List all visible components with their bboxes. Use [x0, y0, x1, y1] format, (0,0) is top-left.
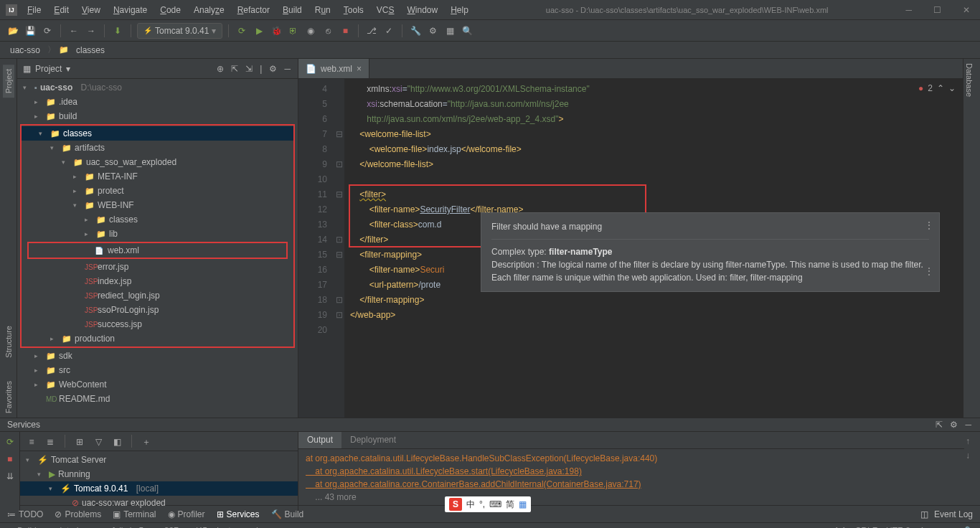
ime-zhong[interactable]: 中: [466, 499, 475, 511]
menu-tools[interactable]: Tools: [339, 4, 368, 16]
editor-tab[interactable]: 📄 web.xml ×: [298, 59, 369, 78]
tree-file[interactable]: JSPrediect_login.jsp: [22, 288, 293, 303]
database-tool-tab[interactable]: Database: [963, 59, 975, 101]
ime-punct-icon[interactable]: °,: [479, 499, 485, 509]
close-button[interactable]: ✕: [958, 4, 974, 16]
tree-folder[interactable]: ▸📁sdk: [17, 349, 298, 363]
menu-file[interactable]: File: [23, 4, 45, 16]
menu-window[interactable]: Window: [402, 4, 442, 16]
build-tab[interactable]: 🔨 Build: [271, 509, 304, 519]
build-icon[interactable]: ⬇: [110, 24, 125, 38]
code-editor[interactable]: 4567891011121314151617181920 ⊟ ⊡ ⊟ ⊡⊟ ⊡⊡…: [298, 79, 963, 418]
hide-icon[interactable]: ─: [283, 62, 292, 75]
output-tab[interactable]: Output: [298, 432, 341, 448]
chevron-down-icon[interactable]: ⌄: [948, 83, 956, 93]
structure-tool-tab[interactable]: Structure: [3, 321, 14, 362]
hide-icon[interactable]: ─: [963, 418, 973, 431]
event-log-button[interactable]: ◫ Event Log: [920, 509, 973, 519]
expand-all-icon[interactable]: ≡: [24, 435, 39, 449]
breadcrumb-item[interactable]: classes: [72, 44, 109, 56]
services-running-group[interactable]: ▾▶Running: [20, 467, 298, 481]
terminal-tab[interactable]: ▣ Terminal: [113, 509, 156, 519]
collapse-icon[interactable]: ⇲: [244, 62, 254, 75]
menu-view[interactable]: View: [77, 4, 105, 16]
coverage-icon[interactable]: ⛨: [286, 24, 301, 38]
menu-refactor[interactable]: Refactor: [233, 4, 274, 16]
tree-folder[interactable]: ▸📁.idea: [17, 95, 298, 109]
code-content[interactable]: xmlns:xsi="http://www.w3.org/2001/XMLSch…: [344, 79, 963, 418]
tree-folder[interactable]: ▾📁artifacts: [22, 141, 293, 155]
deploy-icon[interactable]: ⇊: [3, 469, 17, 484]
status-icon[interactable]: ▢: [7, 526, 15, 529]
save-icon[interactable]: 💾: [23, 24, 37, 38]
structure-icon[interactable]: ▦: [443, 24, 457, 38]
profiler-tab[interactable]: ◉ Profiler: [168, 509, 205, 519]
tree-file[interactable]: JSPssoProLogin.jsp: [22, 303, 293, 317]
fold-gutter[interactable]: ⊟ ⊡ ⊟ ⊡⊟ ⊡⊡: [334, 79, 344, 418]
line-ending[interactable]: CRLF: [855, 526, 877, 529]
favorites-tool-tab[interactable]: Favorites: [3, 377, 14, 418]
filter-icon[interactable]: ▽: [91, 435, 105, 449]
services-tree[interactable]: ▾⚡Tomcat Server ▾▶Running ▾⚡Tomcat 9.0.4…: [20, 451, 298, 512]
attach-icon[interactable]: ⎋: [321, 24, 335, 38]
project-tool-tab[interactable]: Project: [3, 65, 14, 98]
tree-file[interactable]: JSPsuccess.jsp: [22, 317, 293, 331]
sync-icon[interactable]: ⟳: [40, 24, 55, 38]
menu-run[interactable]: Run: [311, 4, 335, 16]
tree-root[interactable]: ▾▪uac-sso D:\uac-sso: [17, 80, 298, 95]
add-icon[interactable]: ＋: [139, 435, 154, 449]
tree-folder[interactable]: ▾📁uac_sso_war_exploded: [22, 155, 293, 169]
menu-code[interactable]: Code: [156, 4, 185, 16]
tooltip-menu-icon[interactable]: ⋮: [925, 265, 933, 278]
menu-analyze[interactable]: Analyze: [189, 4, 229, 16]
settings-icon[interactable]: ⚙: [425, 24, 440, 38]
todo-tab[interactable]: ≔ TODO: [7, 509, 43, 519]
rerun-icon[interactable]: ⟳: [3, 435, 17, 449]
tree-folder[interactable]: ▸📁protect: [22, 184, 293, 198]
tree-folder[interactable]: ▸📁META-INF: [22, 169, 293, 184]
expand-icon[interactable]: ⇱: [934, 418, 944, 431]
profile-icon[interactable]: ◉: [303, 24, 318, 38]
gear-icon[interactable]: ⚙: [268, 62, 278, 75]
minimize-button[interactable]: ─: [901, 4, 916, 16]
open-icon[interactable]: 📂: [6, 24, 20, 38]
tooltip-menu-icon[interactable]: ⋮: [925, 219, 933, 232]
menu-vcs[interactable]: VCS: [372, 4, 399, 16]
refresh-run-icon[interactable]: ⟳: [235, 24, 249, 38]
debug-icon[interactable]: 🐞: [269, 24, 283, 38]
run-config-dropdown[interactable]: ⚡ Tomcat 9.0.41 ▾: [137, 23, 222, 39]
tree-folder[interactable]: ▾📁WEB-INF: [22, 198, 293, 212]
menu-edit[interactable]: Edit: [50, 4, 73, 16]
panel-title[interactable]: ▦ Project ▾: [23, 64, 70, 74]
scroll-down-icon[interactable]: ↓: [966, 451, 979, 461]
problems-tab[interactable]: ⊘ Problems: [55, 509, 101, 519]
breadcrumb-item[interactable]: uac-sso: [6, 44, 44, 56]
ime-bar[interactable]: S 中 °, ⌨ 简 ▦: [445, 496, 531, 512]
tree-folder-classes[interactable]: ▾📁classes: [22, 126, 293, 141]
forward-icon[interactable]: →: [84, 24, 98, 38]
tree-folder[interactable]: ▸📁src: [17, 363, 298, 377]
expand-icon[interactable]: ⇱: [230, 62, 240, 75]
search-icon[interactable]: 🔍: [460, 24, 474, 38]
maximize-button[interactable]: ☐: [929, 4, 946, 16]
menu-build[interactable]: Build: [278, 4, 306, 16]
indent[interactable]: 4 spaces: [919, 526, 953, 529]
back-icon[interactable]: ←: [67, 24, 81, 38]
tree-file-webxml[interactable]: 📄web.xml: [29, 243, 286, 258]
encoding[interactable]: UTF-8: [886, 526, 910, 529]
tree-folder[interactable]: ▸📁classes: [22, 212, 293, 227]
tree-file[interactable]: JSPindex.jsp: [22, 274, 293, 288]
services-tab[interactable]: ⊞ Services: [217, 509, 260, 519]
collapse-all-icon[interactable]: ≣: [43, 435, 57, 449]
tree-folder[interactable]: ▸📁WebContent: [17, 377, 298, 392]
caret-position[interactable]: 1:1: [834, 526, 847, 529]
services-artifact[interactable]: ⊘uac-sso:war exploded: [20, 496, 298, 510]
scroll-up-icon[interactable]: ↑: [966, 436, 979, 446]
layer-icon[interactable]: ◧: [110, 435, 124, 449]
console-output[interactable]: at org.apache.catalina.util.LifecycleBas…: [298, 449, 964, 513]
menu-help[interactable]: Help: [446, 4, 473, 16]
project-tree[interactable]: ▾▪uac-sso D:\uac-sso ▸📁.idea ▸📁build ▾📁c…: [17, 79, 298, 418]
ime-jian[interactable]: 简: [506, 499, 514, 511]
ime-grid-icon[interactable]: ▦: [519, 499, 527, 509]
wrench-icon[interactable]: 🔧: [408, 24, 423, 38]
